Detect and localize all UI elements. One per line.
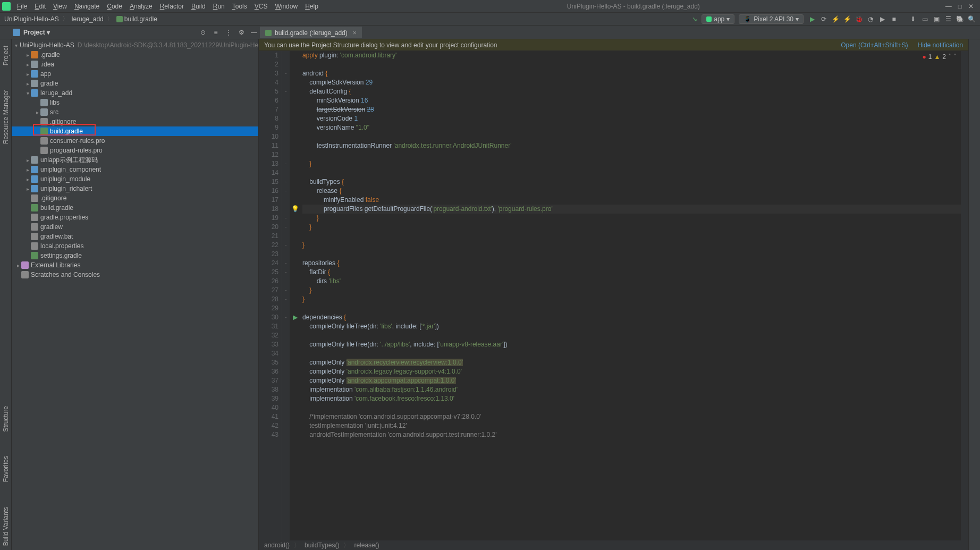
fold-marker-icon[interactable] — [282, 132, 290, 141]
line-number[interactable]: 8 — [259, 114, 278, 123]
avd-manager-icon[interactable]: ▭ — [920, 15, 929, 23]
menu-window[interactable]: Window — [272, 2, 301, 11]
line-number[interactable]: 40 — [259, 403, 278, 412]
fold-marker-icon[interactable] — [282, 367, 290, 376]
code-line[interactable] — [302, 232, 961, 241]
tree-arrow-icon[interactable]: ▸ — [24, 167, 31, 173]
profiler-icon[interactable]: ◔ — [866, 15, 875, 23]
line-number[interactable]: 29 — [259, 304, 278, 313]
fold-marker-icon[interactable] — [282, 331, 290, 340]
tree-arrow-icon[interactable]: ▸ — [15, 263, 21, 268]
line-number-gutter[interactable]: 1234567891011121314151617181920212223242… — [259, 51, 282, 540]
git-update-icon[interactable]: ⬇ — [909, 15, 917, 23]
build-hammer-icon[interactable]: ↘ — [692, 15, 697, 23]
tree-item[interactable]: .gitignore — [12, 193, 258, 203]
sdk-manager-icon[interactable]: ▣ — [932, 15, 941, 23]
fold-marker-icon[interactable]: - — [282, 241, 290, 250]
line-number[interactable]: 42 — [259, 421, 278, 430]
line-number[interactable]: 16 — [259, 187, 278, 196]
code-line[interactable]: } — [302, 223, 961, 232]
coverage-icon[interactable]: ▶ — [878, 15, 886, 23]
menu-refactor[interactable]: Refactor — [157, 2, 187, 11]
line-number[interactable]: 4 — [259, 78, 278, 87]
code-line[interactable]: minSdkVersion 16 — [302, 96, 961, 105]
fold-marker-icon[interactable] — [282, 421, 290, 430]
tree-item[interactable]: build.gradle — [12, 203, 258, 213]
structure-tool-button[interactable]: Structure — [2, 402, 10, 436]
device-selector[interactable]: 📱 Pixel 2 API 30 ▾ — [739, 14, 804, 24]
code-line[interactable]: compileSdkVersion 29 — [302, 78, 961, 87]
tree-arrow-icon[interactable]: ▸ — [24, 157, 31, 163]
code-line[interactable]: implementation 'com.alibaba:fastjson:1.1… — [302, 385, 961, 394]
fold-marker-icon[interactable] — [282, 60, 290, 69]
fold-marker-icon[interactable]: - — [282, 214, 290, 223]
minimize-icon[interactable]: — — [945, 3, 952, 10]
fold-marker-icon[interactable] — [282, 150, 290, 159]
tree-arrow-icon[interactable]: ▾ — [15, 43, 18, 48]
fold-marker-icon[interactable] — [282, 412, 290, 421]
line-number[interactable]: 33 — [259, 340, 278, 349]
fold-marker-icon[interactable]: - — [282, 177, 290, 187]
tree-arrow-icon[interactable]: ▾ — [24, 90, 31, 96]
code-line[interactable]: } — [302, 214, 961, 223]
code-line[interactable]: buildTypes { — [302, 177, 961, 187]
resource-manager-tool-button[interactable]: Resource Manager — [2, 86, 10, 148]
project-view-selector[interactable]: Project ▾ — [23, 29, 50, 36]
settings-gear-icon[interactable]: ⚙ — [236, 28, 246, 37]
menu-analyze[interactable]: Analyze — [126, 2, 156, 11]
line-number[interactable]: 11 — [259, 141, 278, 150]
fold-marker-icon[interactable] — [282, 376, 290, 385]
tree-item[interactable]: gradlew — [12, 222, 258, 232]
line-number[interactable]: 19 — [259, 214, 278, 223]
fold-marker-icon[interactable] — [282, 394, 290, 403]
line-number[interactable]: 23 — [259, 250, 278, 259]
tree-item[interactable]: .gitignore — [12, 117, 258, 126]
tree-item[interactable]: Scratches and Consoles — [12, 270, 258, 280]
breadcrumb[interactable]: UniPlugin-Hello-AS〉leruge_add〉build.grad… — [4, 14, 157, 23]
menu-code[interactable]: Code — [104, 2, 125, 11]
line-number[interactable]: 1 — [259, 51, 278, 60]
tree-arrow-icon[interactable]: ▸ — [24, 62, 31, 67]
menu-help[interactable]: Help — [302, 2, 322, 11]
expand-all-icon[interactable]: ≡ — [211, 28, 221, 37]
code-line[interactable]: compileOnly fileTree(dir: '../app/libs',… — [302, 340, 961, 349]
code-line[interactable]: defaultConfig { — [302, 87, 961, 96]
line-number[interactable]: 35 — [259, 358, 278, 367]
line-number[interactable]: 24 — [259, 259, 278, 268]
line-number[interactable]: 34 — [259, 349, 278, 358]
code-line[interactable]: apply plugin: 'com.android.library' — [302, 51, 961, 60]
project-tree[interactable]: ▾UniPlugin-Hello-ASD:\desktop\Android-SD… — [12, 39, 259, 550]
line-number[interactable]: 43 — [259, 430, 278, 439]
close-tab-icon[interactable]: × — [353, 29, 357, 37]
fold-marker-icon[interactable] — [282, 168, 290, 177]
apply-changes-restart-icon[interactable]: ⚡ — [831, 15, 840, 23]
line-number[interactable]: 30 — [259, 313, 278, 322]
intention-bulb-icon[interactable]: 💡 — [291, 205, 299, 213]
fold-gutter[interactable]: ------------- — [282, 51, 290, 540]
line-number[interactable]: 20 — [259, 223, 278, 232]
menu-tools[interactable]: Tools — [229, 2, 250, 11]
fold-marker-icon[interactable] — [282, 51, 290, 60]
project-tool-button[interactable]: Project — [2, 41, 10, 70]
tree-item[interactable]: gradlew.bat — [12, 232, 258, 241]
line-number[interactable]: 9 — [259, 123, 278, 132]
code-line[interactable]: proguardFiles getDefaultProguardFile('pr… — [302, 205, 961, 214]
tree-arrow-icon[interactable]: ▸ — [24, 52, 31, 58]
line-number[interactable]: 27 — [259, 286, 278, 295]
fold-marker-icon[interactable]: - — [282, 187, 290, 196]
tree-item[interactable]: ▾leruge_add — [12, 88, 258, 98]
tree-item[interactable]: ▾UniPlugin-Hello-ASD:\desktop\Android-SD… — [12, 40, 258, 50]
fold-marker-icon[interactable] — [282, 322, 290, 331]
banner-hide-link[interactable]: Hide notification — [918, 41, 963, 49]
line-number[interactable]: 26 — [259, 277, 278, 286]
error-stripe[interactable] — [961, 51, 968, 540]
tree-item[interactable]: local.properties — [12, 241, 258, 251]
fold-marker-icon[interactable]: - — [282, 223, 290, 232]
tree-item[interactable]: ▸src — [12, 107, 258, 117]
debug-icon[interactable]: 🐞 — [855, 15, 863, 23]
code-content[interactable]: apply plugin: 'com.android.library'andro… — [300, 51, 961, 540]
code-line[interactable] — [302, 250, 961, 259]
editor-breadcrumb-item[interactable]: buildTypes() — [305, 541, 339, 549]
apply-code-changes-icon[interactable]: ⚡ — [843, 15, 851, 23]
fold-marker-icon[interactable] — [282, 340, 290, 349]
